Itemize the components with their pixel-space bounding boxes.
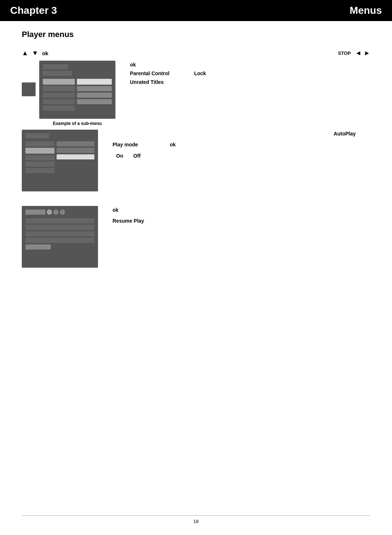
info-icon-1: i	[53, 210, 58, 215]
chapter-label: Chapter 3	[0, 0, 80, 21]
icon-bar-bg	[25, 210, 45, 215]
nav-ok-label: ok	[42, 50, 49, 56]
s2-l5	[25, 168, 54, 173]
menu-left-row-1	[43, 79, 75, 85]
s2-row-0	[25, 133, 49, 138]
s2-on-label: On	[116, 153, 123, 159]
s2-sub	[25, 141, 94, 173]
menu-right-row-1	[77, 79, 112, 85]
s2-r2	[57, 148, 94, 153]
s2-off-label: Off	[133, 153, 140, 159]
s3-ok-p: ok	[113, 206, 370, 214]
s2-onoff-p: On Off	[113, 152, 370, 160]
menu-left-row-4	[43, 99, 75, 104]
menu-screenshot-3: ? i i	[22, 206, 98, 268]
s3-row-3	[25, 231, 94, 236]
section1-description: ok Parental Control Lock Unrated Titles	[115, 61, 370, 86]
s2-l3	[25, 155, 54, 160]
nav-left: ▲ ▼ ok	[22, 49, 48, 57]
screenshot-wrapper-2	[22, 130, 98, 191]
desc-unrated-span: Unrated Titles	[130, 79, 164, 85]
page-title: Player menus	[22, 30, 370, 39]
section1-body: Example of a sub-menu ok Parental Contro…	[22, 61, 370, 126]
header-spacer	[80, 0, 339, 21]
desc-lock-span: Lock	[194, 70, 206, 76]
menu-screenshot-1	[39, 61, 115, 119]
desc-parental-p: Parental Control Lock	[130, 69, 370, 78]
s2-l1	[25, 141, 54, 146]
menu-left-row-3	[43, 93, 75, 98]
s2-autoplay-label: AutoPlay	[334, 131, 356, 137]
s3-row-1	[25, 218, 94, 223]
s2-ok-label: ok	[170, 142, 176, 147]
desc-ok-p: ok	[130, 61, 370, 69]
screenshot-wrapper-3: ? i i	[22, 206, 98, 268]
desc-parental-span: Parental Control	[130, 70, 170, 76]
s2-playmode-label: Play mode	[113, 142, 138, 147]
s3-row-5	[25, 244, 51, 250]
nav-right: STOP ◄ ►	[338, 49, 370, 57]
screenshot-wrapper-1: Example of a sub-menu	[39, 61, 115, 126]
s2-l4	[25, 162, 54, 167]
footer-page-number: 18	[193, 519, 199, 524]
s2-col-right	[57, 141, 94, 173]
s3-row-2	[25, 225, 94, 230]
s3-resume-label: Resume Play	[113, 218, 144, 224]
s3-ok-label: ok	[113, 207, 118, 213]
menu-right-row-2	[77, 86, 112, 91]
section2-description: AutoPlay Play mode ok On Off	[98, 130, 370, 163]
page-header: Chapter 3 Menus	[0, 0, 392, 21]
s3-resume-p: Resume Play	[113, 217, 370, 225]
menus-label: Menus	[339, 0, 392, 21]
desc-unrated-p: Unrated Titles	[130, 78, 370, 87]
s3-row-4	[25, 238, 94, 243]
color-indicator	[22, 82, 36, 96]
s2-autoplay-p: AutoPlay	[113, 130, 370, 138]
section-autoplay: AutoPlay Play mode ok On Off	[22, 130, 370, 191]
page-content: Player menus ▲ ▼ ok STOP ◄ ►	[0, 30, 392, 268]
up-arrow-icon: ▲	[22, 49, 28, 57]
menu-left-row-2	[43, 86, 75, 91]
left-arrow-icon: ◄	[355, 49, 362, 57]
menu-row-1	[43, 64, 68, 69]
s2-l2	[25, 148, 54, 154]
info-icon-2: i	[60, 210, 65, 215]
page-footer: 18	[0, 515, 392, 524]
menu-col-left	[43, 79, 75, 111]
icons-row: ? i i	[25, 210, 94, 215]
section-resume-play: ? i i ok Resume Play	[22, 206, 370, 268]
sub-menu-area	[43, 79, 112, 111]
right-arrow-icon: ►	[364, 49, 370, 57]
question-icon: ?	[47, 210, 52, 215]
menu-right-row-3	[77, 93, 112, 98]
footer-line	[22, 515, 370, 516]
section-parental-control: ▲ ▼ ok STOP ◄ ►	[22, 49, 370, 126]
screenshot-label-1: Example of a sub-menu	[53, 121, 102, 126]
s2-playmode-p: Play mode ok	[113, 141, 370, 149]
s2-r1	[57, 141, 94, 146]
s2-r3	[57, 154, 94, 159]
section3-description: ok Resume Play	[98, 206, 370, 228]
desc-ok-span: ok	[130, 62, 136, 68]
stop-label: STOP	[338, 50, 351, 56]
s2-col-left	[25, 141, 54, 173]
down-arrow-icon: ▼	[32, 49, 38, 57]
menu-col-right	[77, 79, 112, 111]
menu-row-2	[43, 71, 72, 76]
menu-screenshot-2	[22, 130, 98, 191]
menu-right-row-4	[77, 99, 112, 104]
section1-nav-row: ▲ ▼ ok STOP ◄ ►	[22, 49, 370, 57]
menu-left-row-5	[43, 106, 75, 111]
